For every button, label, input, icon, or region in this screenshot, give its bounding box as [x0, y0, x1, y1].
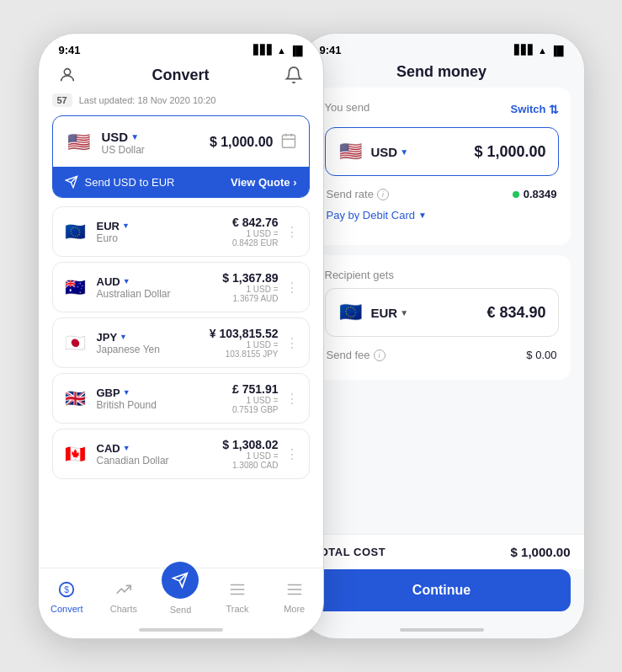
- send-rate-label: Send rate i: [327, 188, 389, 200]
- you-send-label: You send: [325, 101, 370, 114]
- gbp-rate: 1 USD =0.7519 GBP: [232, 396, 279, 414]
- list-item[interactable]: 🇬🇧 GBP ▼ British Pound £ 751.91 1 USD =0…: [52, 373, 310, 424]
- eur-name: Euro: [97, 232, 130, 244]
- send-rate-row: Send rate i 0.8349: [325, 188, 559, 200]
- switch-link[interactable]: Switch ⇅: [511, 103, 559, 116]
- bell-icon[interactable]: [282, 63, 306, 87]
- gbp-amount: £ 751.91: [232, 382, 279, 396]
- calendar-icon[interactable]: [280, 132, 297, 153]
- tab-convert[interactable]: $ Convert: [39, 578, 96, 614]
- status-bar-2: 9:41 ▋▋▋ ▲ ▐█: [300, 34, 584, 60]
- track-tab-label: Track: [226, 604, 249, 614]
- phones-container: 9:41 ▋▋▋ ▲ ▐█ Convert: [0, 0, 622, 672]
- jpy-rate: 1 USD =103.8155 JPY: [210, 340, 279, 359]
- jpy-more-icon[interactable]: ⋮: [285, 335, 299, 351]
- you-send-currency-box[interactable]: 🇺🇸 USD ▼ $ 1,000.00: [325, 127, 559, 176]
- tab-more[interactable]: More: [266, 578, 323, 614]
- cad-flag: 🇨🇦: [63, 441, 88, 467]
- aud-amounts: $ 1,367.89 1 USD =1.3679 AUD: [222, 271, 278, 303]
- home-indicator-2: [300, 621, 584, 638]
- send-bar-label: Send USD to EUR: [85, 176, 175, 189]
- home-bar-2: [400, 628, 484, 632]
- dropdown-arrow-usd[interactable]: ▼: [130, 132, 139, 141]
- convert-tab-label: Convert: [51, 604, 83, 614]
- cad-code: CAD ▼: [97, 442, 169, 455]
- send-bar[interactable]: Send USD to EUR View Quote ›: [53, 167, 309, 197]
- battery-icon: ▐█: [290, 45, 303, 56]
- eur-right: € 842.76 1 USD =0.8428 EUR ⋮: [232, 216, 299, 248]
- usd-flag: 🇺🇸: [65, 128, 93, 157]
- jpy-code: JPY ▼: [97, 331, 160, 344]
- continue-button[interactable]: Continue: [313, 569, 571, 611]
- jpy-name: Japanese Yen: [97, 344, 160, 355]
- usd-amount: $ 1,000.00: [210, 135, 274, 150]
- gbp-left: 🇬🇧 GBP ▼ British Pound: [63, 386, 157, 411]
- list-item[interactable]: 🇯🇵 JPY ▼ Japanese Yen ¥ 103,815.52 1 USD…: [52, 317, 310, 368]
- cad-rate: 1 USD =1.3080 CAD: [222, 451, 278, 470]
- primary-currency-card[interactable]: 🇺🇸 USD ▼ US Dollar $ 1,000.00: [52, 115, 310, 198]
- nav-header-2: Send money: [300, 60, 584, 88]
- eur-flag: 🇪🇺: [63, 219, 88, 244]
- aud-flag: 🇦🇺: [63, 275, 88, 300]
- chevron-down-icon[interactable]: ▼: [400, 147, 408, 157]
- recipient-chevron-down-icon[interactable]: ▼: [400, 308, 408, 317]
- card-top: 🇺🇸 USD ▼ US Dollar $ 1,000.00: [65, 128, 297, 157]
- jpy-amount: ¥ 103,815.52: [210, 327, 279, 340]
- eur-info: EUR ▼ Euro: [97, 220, 130, 244]
- gbp-more-icon[interactable]: ⋮: [285, 391, 299, 407]
- jpy-right: ¥ 103,815.52 1 USD =103.8155 JPY ⋮: [210, 327, 299, 359]
- recipient-currency-box[interactable]: 🇪🇺 EUR ▼ € 834.90: [325, 288, 559, 337]
- green-dot: [513, 191, 519, 198]
- you-send-code: USD ▼: [371, 145, 409, 159]
- send-rate-info-icon[interactable]: i: [377, 189, 389, 200]
- home-bar-1: [139, 628, 223, 632]
- person-icon[interactable]: [56, 63, 79, 87]
- aud-more-icon[interactable]: ⋮: [285, 280, 299, 296]
- send-money-title: Send money: [396, 63, 486, 81]
- aud-code: AUD ▼: [97, 275, 171, 288]
- you-send-header: You send Switch ⇅: [325, 98, 559, 120]
- tab-send[interactable]: Send: [152, 577, 210, 615]
- you-send-flag: 🇺🇸: [338, 138, 364, 165]
- gbp-amounts: £ 751.91 1 USD =0.7519 GBP: [232, 382, 279, 414]
- status-icons-2: ▋▋▋ ▲ ▐█: [514, 45, 563, 56]
- cad-name: Canadian Dollar: [97, 455, 169, 467]
- eur-code: EUR ▼: [97, 220, 130, 232]
- card-right: $ 1,000.00: [210, 132, 297, 153]
- cad-left: 🇨🇦 CAD ▼ Canadian Dollar: [63, 441, 169, 467]
- charts-tab-icon: [112, 578, 136, 601]
- aud-name: Australian Dollar: [97, 288, 171, 300]
- list-item[interactable]: 🇦🇺 AUD ▼ Australian Dollar $ 1,367.89 1 …: [52, 262, 310, 312]
- switch-icon: ⇅: [549, 103, 559, 116]
- pay-method[interactable]: Pay by Debit Card ▼: [325, 209, 559, 221]
- list-item[interactable]: 🇪🇺 EUR ▼ Euro € 842.76 1 USD =0.8428 EUR…: [52, 206, 310, 257]
- send-fee-info-icon[interactable]: i: [374, 349, 385, 361]
- pay-method-chevron: ▼: [418, 211, 427, 220]
- gbp-name: British Pound: [97, 399, 157, 411]
- list-item[interactable]: 🇨🇦 CAD ▼ Canadian Dollar $ 1,308.02 1 US…: [52, 429, 310, 479]
- charts-tab-label: Charts: [110, 604, 137, 614]
- tab-charts[interactable]: Charts: [95, 578, 152, 614]
- recipient-amount: € 834.90: [486, 304, 545, 322]
- total-cost-bar: TOTAL COST $ 1,000.00: [300, 534, 584, 569]
- currency-list: 🇪🇺 EUR ▼ Euro € 842.76 1 USD =0.8428 EUR…: [52, 206, 310, 479]
- recipient-currency-left: 🇪🇺 EUR ▼: [338, 299, 409, 326]
- aud-info: AUD ▼ Australian Dollar: [97, 275, 171, 300]
- last-updated-bar: 57 Last updated: 18 Nov 2020 10:20: [52, 93, 310, 107]
- recipient-section: Recipient gets 🇪🇺 EUR ▼ € 834.90: [313, 255, 571, 380]
- aud-rate: 1 USD =1.3679 AUD: [222, 285, 278, 303]
- jpy-left: 🇯🇵 JPY ▼ Japanese Yen: [63, 330, 160, 355]
- eur-amount: € 842.76: [232, 216, 279, 229]
- send-fee-value: $ 0.00: [526, 349, 556, 361]
- eur-rate: 1 USD =0.8428 EUR: [232, 229, 279, 248]
- cad-more-icon[interactable]: ⋮: [285, 446, 299, 462]
- eur-amounts: € 842.76 1 USD =0.8428 EUR: [232, 216, 279, 248]
- aud-left: 🇦🇺 AUD ▼ Australian Dollar: [63, 275, 171, 300]
- send-content: You send Switch ⇅ 🇺🇸 USD ▼: [300, 88, 584, 534]
- eur-more-icon[interactable]: ⋮: [285, 224, 299, 240]
- send-fee-label: Send fee i: [327, 349, 385, 361]
- view-quote[interactable]: View Quote ›: [231, 176, 297, 189]
- tab-track[interactable]: Track: [209, 578, 266, 614]
- nav-header-1: Convert: [39, 60, 323, 93]
- phone-send: 9:41 ▋▋▋ ▲ ▐█ Send money You send Switch…: [299, 33, 585, 639]
